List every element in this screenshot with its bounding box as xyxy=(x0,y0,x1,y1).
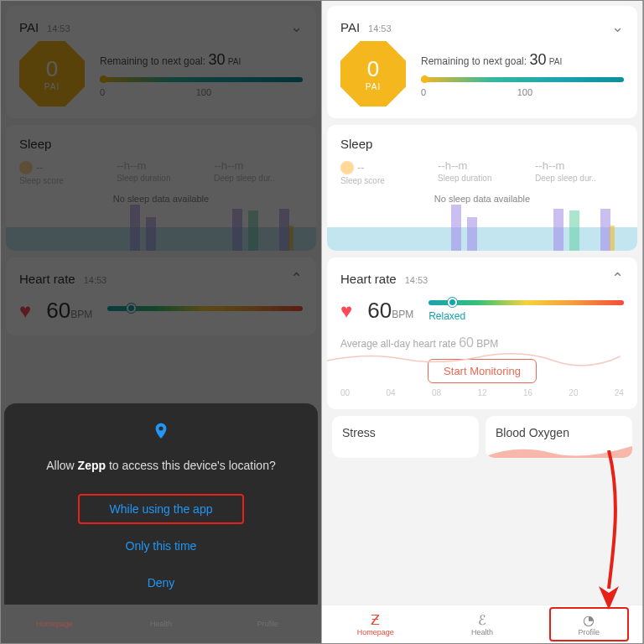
cards-scroll: PAI 14:53 ⌄ 0 PAI Remaining to next goal… xyxy=(322,1,642,605)
perm-deny-button[interactable]: Deny xyxy=(21,564,301,601)
permission-overlay: Allow Zepp to access this device's locat… xyxy=(1,1,321,643)
sleep-face-icon xyxy=(340,161,354,174)
hr-scale-bar xyxy=(428,300,624,305)
screen-left-dimmed: PAI 14:53 ⌄ 0 PAI Remaining to next goal… xyxy=(1,1,322,643)
bottom-navbar: Ƶ Homepage ℰ Health ◔ Profile xyxy=(322,605,642,643)
nav-profile[interactable]: ◔ Profile xyxy=(536,605,642,643)
chevron-down-icon[interactable]: ⌄ xyxy=(611,18,624,36)
chevron-up-icon[interactable]: ⌃ xyxy=(611,269,624,288)
perm-while-using-button[interactable]: While using the app xyxy=(21,491,301,527)
profile-icon: ◔ xyxy=(583,612,595,627)
stress-card[interactable]: Stress xyxy=(332,416,479,458)
hr-wave-chart xyxy=(327,335,621,369)
pai-time: 14:53 xyxy=(368,23,392,34)
health-icon: ℰ xyxy=(478,612,486,627)
hr-status: Relaxed xyxy=(428,310,624,322)
blood-oxygen-card[interactable]: Blood Oxygen xyxy=(486,416,632,458)
pai-title: PAI xyxy=(340,20,360,34)
permission-message: Allow Zepp to access this device's locat… xyxy=(21,459,301,472)
heart-icon: ♥ xyxy=(340,299,352,323)
nav-health[interactable]: ℰ Health xyxy=(428,605,535,643)
pai-progress-bar xyxy=(421,77,624,82)
nav-homepage[interactable]: Ƶ Homepage xyxy=(322,605,428,643)
homepage-icon: Ƶ xyxy=(371,612,380,627)
permission-dialog: Allow Zepp to access this device's locat… xyxy=(4,403,318,605)
sleep-card[interactable]: Sleep --Sleep score --h--mSleep duration… xyxy=(327,125,637,251)
nav-health[interactable]: Health xyxy=(107,605,214,643)
pai-card[interactable]: PAI 14:53 ⌄ 0 PAI Remaining to next goal… xyxy=(327,6,637,118)
perm-only-once-button[interactable]: Only this time xyxy=(21,527,301,564)
pai-octagon-badge: 0 PAI xyxy=(340,41,406,106)
hr-time-axis: 00040812162024 xyxy=(340,388,624,397)
nav-profile[interactable]: Profile xyxy=(215,605,321,643)
nav-homepage[interactable]: Homepage xyxy=(1,605,107,643)
heart-rate-card[interactable]: Heart rate 14:53 ⌃ ♥ 60BPM Relaxed Avera… xyxy=(327,257,637,409)
sleep-chart: No sleep data available xyxy=(327,192,637,251)
location-pin-icon xyxy=(21,422,301,445)
screen-right: PAI 14:53 ⌄ 0 PAI Remaining to next goal… xyxy=(322,1,643,643)
